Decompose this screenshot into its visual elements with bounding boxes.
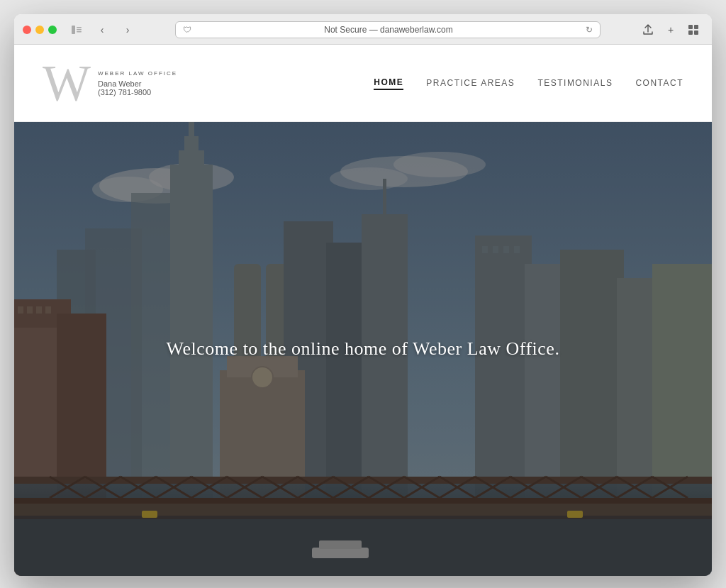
hero-section: Welcome to the online home of Weber Law … <box>14 122 712 576</box>
logo-area: W WEBER LAW OFFICE Dana Weber (312) 781-… <box>43 57 177 109</box>
grid-view-button[interactable] <box>683 22 703 38</box>
nav-item-practice-areas[interactable]: PRACTICE AREAS <box>426 77 515 89</box>
contact-name: Dana Weber <box>98 79 177 88</box>
address-bar[interactable]: 🛡 Not Secure — danaweberlaw.com ↻ <box>175 21 601 38</box>
logo-letter: W <box>43 57 89 109</box>
url-display: Not Secure — danaweberlaw.com <box>197 25 580 35</box>
svg-rect-7 <box>694 30 698 35</box>
browser-chrome: ‹ › 🛡 Not Secure — danaweberlaw.com ↻ <box>14 14 712 45</box>
new-tab-button[interactable]: + <box>661 22 681 38</box>
logo-text-block: WEBER LAW OFFICE Dana Weber (312) 781-98… <box>98 70 177 96</box>
website-content: W WEBER LAW OFFICE Dana Weber (312) 781-… <box>14 45 712 576</box>
site-nav: HOME PRACTICE AREAS TESTIMONIALS CONTACT <box>374 76 683 90</box>
traffic-lights <box>23 26 57 34</box>
hero-tagline: Welcome to the online home of Weber Law … <box>167 338 560 360</box>
close-button[interactable] <box>23 26 31 34</box>
nav-item-home[interactable]: HOME <box>374 76 403 90</box>
svg-rect-5 <box>694 25 698 29</box>
fullscreen-button[interactable] <box>48 26 57 34</box>
svg-rect-4 <box>688 25 693 29</box>
contact-phone: (312) 781-9800 <box>98 88 177 96</box>
browser-toolbar-icons: + <box>638 22 703 38</box>
sidebar-toggle-button[interactable] <box>67 22 86 38</box>
svg-rect-3 <box>77 31 82 33</box>
hero-text: Welcome to the online home of Weber Law … <box>167 338 560 360</box>
firm-name: WEBER LAW OFFICE <box>98 70 177 77</box>
minimize-button[interactable] <box>35 26 44 34</box>
shield-icon: 🛡 <box>183 25 191 35</box>
share-button[interactable] <box>638 22 658 38</box>
nav-item-contact[interactable]: CONTACT <box>635 77 683 89</box>
svg-rect-2 <box>77 29 82 30</box>
site-header: W WEBER LAW OFFICE Dana Weber (312) 781-… <box>14 45 712 122</box>
forward-button[interactable]: › <box>118 22 138 38</box>
svg-rect-6 <box>688 30 693 35</box>
svg-rect-0 <box>72 26 75 34</box>
svg-rect-1 <box>77 27 82 28</box>
nav-item-testimonials[interactable]: TESTIMONIALS <box>537 77 613 89</box>
reload-icon[interactable]: ↻ <box>586 25 593 35</box>
back-button[interactable]: ‹ <box>92 22 112 38</box>
browser-window: ‹ › 🛡 Not Secure — danaweberlaw.com ↻ <box>14 14 712 576</box>
